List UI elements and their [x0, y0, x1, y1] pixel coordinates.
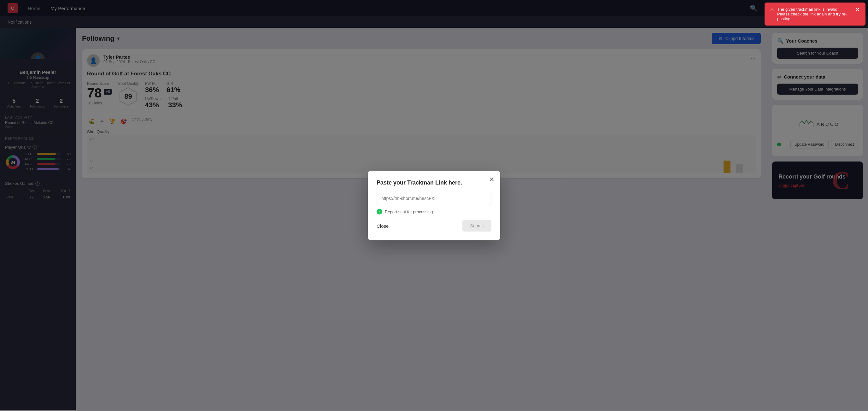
modal-title: Paste your Trackman Link here.: [377, 180, 491, 186]
toast-close-button[interactable]: ✕: [855, 7, 860, 12]
trackman-link-input[interactable]: [377, 192, 491, 205]
modal-overlay[interactable]: Paste your Trackman Link here. ✕ ✓ Repor…: [0, 0, 868, 410]
modal-close-x-button[interactable]: ✕: [489, 176, 495, 183]
modal-close-button[interactable]: Close: [377, 221, 389, 231]
warning-icon: ⚠: [770, 7, 774, 12]
toast-message: The given trackman link is invalid. Plea…: [777, 7, 852, 21]
success-text: Report sent for processing: [385, 210, 433, 214]
trackman-modal: Paste your Trackman Link here. ✕ ✓ Repor…: [368, 171, 500, 240]
error-toast: ⚠ The given trackman link is invalid. Pl…: [765, 2, 866, 26]
modal-submit-button[interactable]: Submit: [462, 220, 491, 231]
modal-success-message: ✓ Report sent for processing: [377, 209, 491, 215]
success-check-icon: ✓: [377, 209, 382, 215]
modal-actions: Close Submit: [377, 220, 491, 231]
